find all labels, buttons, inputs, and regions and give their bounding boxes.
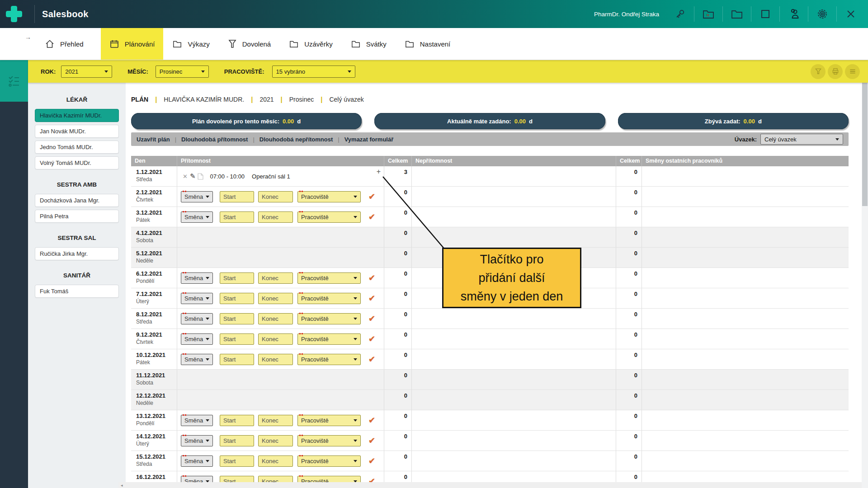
- start-time-input[interactable]: [220, 455, 254, 467]
- window-icon[interactable]: [756, 5, 774, 23]
- smena-select[interactable]: Směna: [181, 272, 213, 284]
- pracoviste-select[interactable]: Pracoviště: [297, 313, 361, 324]
- users-icon[interactable]: [785, 5, 803, 23]
- smena-select[interactable]: Směna: [181, 354, 213, 365]
- toolbar-link[interactable]: Vymazat formulář: [344, 136, 394, 143]
- app-logo[interactable]: [0, 0, 28, 28]
- rok-select[interactable]: 2021: [61, 66, 112, 78]
- smena-select[interactable]: Směna: [181, 293, 213, 304]
- tab-planovani[interactable]: Plánování: [101, 28, 164, 60]
- start-time-input[interactable]: [220, 293, 254, 304]
- pracoviste-select[interactable]: Pracoviště: [297, 293, 361, 304]
- confirm-shift-button[interactable]: ✔: [368, 415, 375, 425]
- end-time-input[interactable]: [258, 211, 293, 223]
- confirm-shift-button[interactable]: ✔: [368, 354, 375, 364]
- tab-vykazy[interactable]: Výkazy: [171, 28, 210, 60]
- smena-select[interactable]: Směna: [181, 333, 213, 345]
- uvazek-select[interactable]: Celý úvazek: [760, 134, 843, 145]
- start-time-input[interactable]: [220, 211, 254, 223]
- day-cell: 2.12.2021Čtvrtek: [131, 187, 177, 206]
- smeny-ostatnich-cell: [642, 248, 849, 267]
- celkem-pritomnost-value: 3: [384, 166, 412, 186]
- confirm-shift-button[interactable]: ✔: [368, 456, 375, 466]
- confirm-shift-button[interactable]: ✔: [368, 314, 375, 324]
- pracoviste-select[interactable]: Pracoviště: [297, 455, 361, 467]
- horizontal-scrollbar[interactable]: ◂: [118, 482, 862, 488]
- sidebar-item-staff[interactable]: Hlavička Kazimír MUDr.: [35, 109, 119, 122]
- confirm-shift-button[interactable]: ✔: [368, 192, 375, 202]
- filter-funnel-button[interactable]: [811, 64, 826, 79]
- gear-icon[interactable]: [813, 5, 831, 23]
- tab-nastaveni[interactable]: Nastavení: [404, 28, 452, 60]
- toolbar-link[interactable]: Uzavřít plán: [137, 136, 170, 143]
- start-time-input[interactable]: [220, 333, 254, 345]
- pracoviste-select[interactable]: Pracoviště: [297, 354, 361, 365]
- tab-uzaverky[interactable]: Uzávěrky: [288, 28, 334, 60]
- end-time-input[interactable]: [258, 313, 293, 324]
- sidebar-item-staff[interactable]: Ručička Jirka Mgr.: [35, 247, 119, 260]
- confirm-shift-button[interactable]: ✔: [368, 273, 375, 283]
- folder-icon[interactable]: [728, 5, 746, 23]
- end-time-input[interactable]: [258, 191, 293, 202]
- mesic-select[interactable]: Prosinec: [156, 66, 209, 78]
- sidebar-item-staff[interactable]: Pilná Petra: [35, 210, 119, 223]
- sidebar-item-staff[interactable]: Volný Tomáš MUDr.: [35, 156, 119, 169]
- end-time-input[interactable]: [258, 435, 293, 446]
- end-time-input[interactable]: [258, 455, 293, 467]
- sidebar-item-staff[interactable]: Jedno Tomáš MUDr.: [35, 141, 119, 154]
- sidebar-item-staff[interactable]: Docházková Jana Mgr.: [35, 194, 119, 207]
- pracoviste-select[interactable]: 15 vybráno: [272, 66, 355, 78]
- folder-n-icon[interactable]: N: [699, 5, 717, 23]
- shift-form: SměnaPracoviště✔: [177, 268, 384, 288]
- end-time-input[interactable]: [258, 354, 293, 365]
- start-time-input[interactable]: [220, 435, 254, 446]
- start-time-input[interactable]: [220, 415, 254, 426]
- start-time-input[interactable]: [220, 272, 254, 284]
- close-icon[interactable]: [842, 5, 860, 23]
- add-shift-button[interactable]: +: [376, 167, 382, 176]
- vertical-scrollbar-thumb[interactable]: [862, 61, 868, 206]
- pracoviste-select[interactable]: Pracoviště: [297, 272, 361, 284]
- smena-select[interactable]: Směna: [181, 191, 213, 202]
- shift-form: SměnaPracoviště✔: [177, 207, 384, 227]
- print-button[interactable]: [828, 64, 843, 79]
- smena-select[interactable]: Směna: [181, 455, 213, 467]
- start-time-input[interactable]: [220, 313, 254, 324]
- confirm-shift-button[interactable]: ✔: [368, 334, 375, 344]
- confirm-shift-button[interactable]: ✔: [368, 436, 375, 446]
- menu-button[interactable]: [845, 64, 860, 79]
- tab-svatky[interactable]: Svátky: [350, 28, 387, 60]
- end-time-input[interactable]: [258, 272, 293, 284]
- tab-prehled[interactable]: Přehled: [44, 28, 85, 60]
- note-document-icon[interactable]: [198, 173, 203, 180]
- start-time-input[interactable]: [220, 191, 254, 202]
- pracoviste-select[interactable]: Pracoviště: [297, 333, 361, 345]
- smena-select[interactable]: Směna: [181, 415, 213, 426]
- pracoviste-select[interactable]: Pracoviště: [297, 435, 361, 446]
- vertical-scrollbar[interactable]: [862, 60, 868, 488]
- edit-shift-icon[interactable]: ✎: [190, 172, 196, 180]
- tab-dovolena[interactable]: Dovolená: [227, 28, 272, 60]
- smena-select[interactable]: Směna: [181, 435, 213, 446]
- confirm-shift-button[interactable]: ✔: [368, 212, 375, 222]
- toolbar-link[interactable]: Dlouhodobá nepřítomnost: [259, 136, 333, 143]
- sidebar-item-staff[interactable]: Jan Novák MUDr.: [35, 125, 119, 138]
- back-arrow-icon[interactable]: →: [25, 33, 31, 41]
- toolbar-link[interactable]: Dlouhodobá přítomnost: [181, 136, 248, 143]
- sidebar-item-staff[interactable]: Fuk Tomáš: [35, 285, 119, 298]
- end-time-input[interactable]: [258, 293, 293, 304]
- checklist-panel-button[interactable]: [0, 60, 28, 102]
- key-icon[interactable]: [671, 5, 689, 23]
- scroll-left-arrow-icon[interactable]: ◂: [121, 483, 123, 488]
- end-time-input[interactable]: [258, 333, 293, 345]
- smena-select[interactable]: Směna: [181, 211, 213, 223]
- end-time-input[interactable]: [258, 415, 293, 426]
- confirm-shift-button[interactable]: ✔: [368, 293, 375, 303]
- start-time-input[interactable]: [220, 354, 254, 365]
- pracoviste-select[interactable]: Pracoviště: [297, 191, 361, 202]
- required-marker: [299, 191, 301, 192]
- smena-select[interactable]: Směna: [181, 313, 213, 324]
- pracoviste-select[interactable]: Pracoviště: [297, 415, 361, 426]
- delete-shift-icon[interactable]: ✕: [183, 173, 188, 180]
- pracoviste-select[interactable]: Pracoviště: [297, 211, 361, 223]
